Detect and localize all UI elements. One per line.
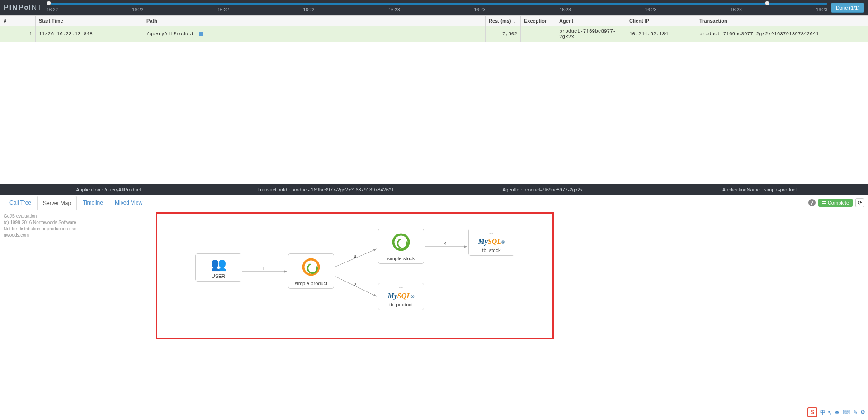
tab-server-map[interactable]: Server Map (37, 196, 77, 210)
server-map-canvas[interactable]: GoJS evaluation (c) 1998-2016 Northwoods… (0, 210, 868, 346)
mysql-icon: ᵔᵔ (379, 286, 423, 292)
cell-exception (521, 26, 556, 42)
mysql-icon-text: MySQL® (470, 238, 513, 246)
col-client-ip[interactable]: Client IP (626, 16, 696, 26)
info-application: Application : /queryAllProduct (0, 184, 217, 195)
tab-timeline[interactable]: Timeline (77, 196, 109, 210)
node-tb-stock[interactable]: ᵔᵔ MySQL® tb_stock (468, 229, 514, 256)
col-transaction[interactable]: Transaction (696, 16, 868, 26)
cell-start: 11/26 16:23:13 848 (36, 26, 143, 42)
logo-text-oint: INT (28, 4, 43, 12)
sort-desc-icon: ↓ (514, 19, 516, 24)
spring-boot-icon (391, 232, 411, 253)
transaction-info-bar: Application : /queryAllProduct Transacti… (0, 184, 868, 195)
cell-agent: product-7f69bc8977-2gx2x (556, 26, 626, 42)
timeline-handle-start[interactable] (47, 1, 51, 5)
info-agent-id: AgentId : product-7f69bc8977-2gx2x (434, 184, 651, 195)
timeline-ticks: 16:22 16:22 16:22 16:22 16:23 16:23 16:2… (47, 7, 827, 12)
col-path[interactable]: Path (143, 16, 486, 26)
cell-res: 7,502 (486, 26, 521, 42)
table-row[interactable]: 1 11/26 16:23:13 848 /queryAllProduct 7,… (0, 26, 868, 42)
col-agent[interactable]: Agent (556, 16, 626, 26)
edge-label: 4 (354, 254, 356, 259)
logo-text-pin: PINP (4, 4, 24, 12)
transaction-table: # Start Time Path Res. (ms) ↓ Exception … (0, 15, 868, 42)
node-tb-product[interactable]: ᵔᵔ MySQL® tb_product (378, 283, 424, 310)
gojs-watermark: GoJS evaluation (c) 1998-2016 Northwoods… (4, 213, 76, 239)
path-type-icon (199, 32, 203, 36)
complete-badge: Complete (818, 199, 853, 207)
node-simple-stock[interactable]: simple-stock (378, 229, 424, 264)
cell-txn: product-7f69bc8977-2gx2x^1637913978426^1 (696, 26, 868, 42)
tab-mixed-view[interactable]: Mixed View (109, 196, 148, 210)
edge-label: 2 (354, 282, 356, 287)
spring-boot-icon (301, 257, 321, 277)
col-res[interactable]: Res. (ms) ↓ (486, 16, 521, 26)
col-index[interactable]: # (0, 16, 36, 26)
cell-index: 1 (0, 26, 36, 42)
col-exception[interactable]: Exception (521, 16, 556, 26)
tab-call-tree[interactable]: Call Tree (4, 196, 37, 210)
timeline-handle-end[interactable] (765, 1, 769, 5)
cell-ip: 10.244.62.134 (626, 26, 696, 42)
help-icon[interactable]: ? (808, 199, 816, 206)
node-user[interactable]: 👥 USER (195, 253, 241, 282)
detail-tabs: Call Tree Server Map Timeline Mixed View… (0, 195, 868, 210)
info-transaction-id: TransactionId : product-7f69bc8977-2gx2x… (217, 184, 434, 195)
node-simple-product[interactable]: simple-product (288, 253, 334, 289)
timeline-bar (47, 3, 827, 5)
app-header: PINPINT 16:22 16:22 16:22 16:22 16:23 16… (0, 0, 868, 15)
done-button[interactable]: Done (1/1) (831, 3, 864, 13)
pinpoint-logo: PINPINT (4, 4, 43, 12)
user-icon: 👥 (197, 257, 240, 272)
cell-path: /queryAllProduct (143, 26, 486, 42)
logo-o-icon (24, 6, 28, 10)
refresh-button[interactable]: ⟳ (855, 198, 864, 207)
mysql-icon-text: MySQL® (379, 292, 423, 300)
edge-label: 1 (262, 266, 265, 271)
table-empty-area (0, 42, 868, 184)
mysql-icon: ᵔᵔ (470, 232, 513, 238)
col-start-time[interactable]: Start Time (36, 16, 143, 26)
timeline-slider[interactable]: 16:22 16:22 16:22 16:22 16:23 16:23 16:2… (47, 0, 827, 15)
edge-label: 4 (444, 241, 447, 246)
info-application-name: ApplicationName : simple-product (651, 184, 868, 195)
